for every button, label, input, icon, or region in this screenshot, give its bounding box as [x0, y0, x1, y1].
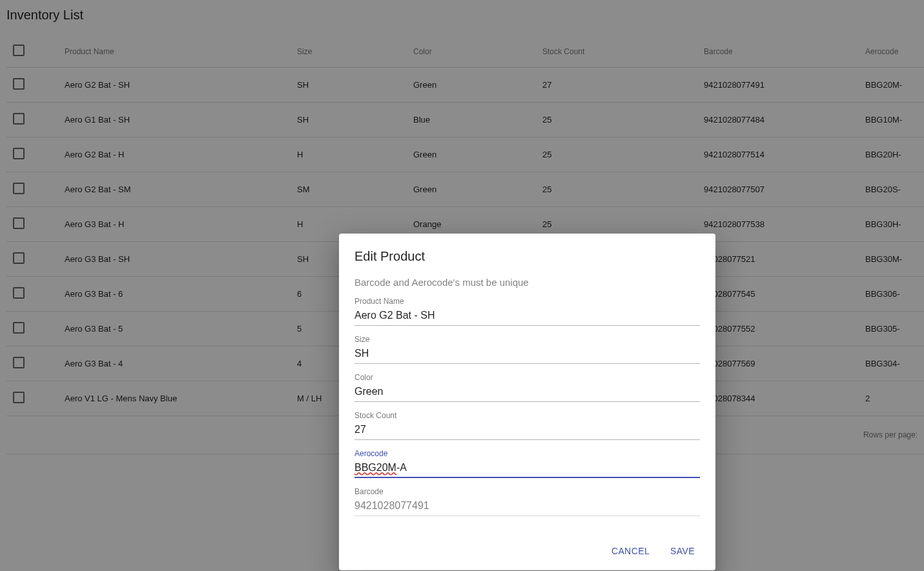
barcode-input — [354, 499, 700, 516]
barcode-label: Barcode — [354, 487, 700, 496]
size-label: Size — [354, 335, 700, 344]
color-label: Color — [354, 373, 700, 382]
save-button[interactable]: SAVE — [668, 542, 697, 560]
dialog-title: Edit Product — [354, 249, 700, 264]
color-input[interactable] — [354, 385, 700, 402]
size-input[interactable] — [354, 346, 700, 364]
aerocode-label: Aerocode — [354, 449, 700, 458]
dialog-subtitle: Barcode and Aerocode's must be unique — [354, 277, 700, 288]
cancel-button[interactable]: CANCEL — [609, 542, 652, 560]
stock-count-input[interactable] — [354, 423, 700, 440]
aerocode-input[interactable]: BBG20M-A — [354, 461, 700, 478]
product-name-label: Product Name — [354, 297, 700, 306]
product-name-input[interactable] — [354, 308, 700, 326]
stock-count-label: Stock Count — [354, 411, 700, 420]
edit-product-dialog: Edit Product Barcode and Aerocode's must… — [339, 234, 715, 570]
